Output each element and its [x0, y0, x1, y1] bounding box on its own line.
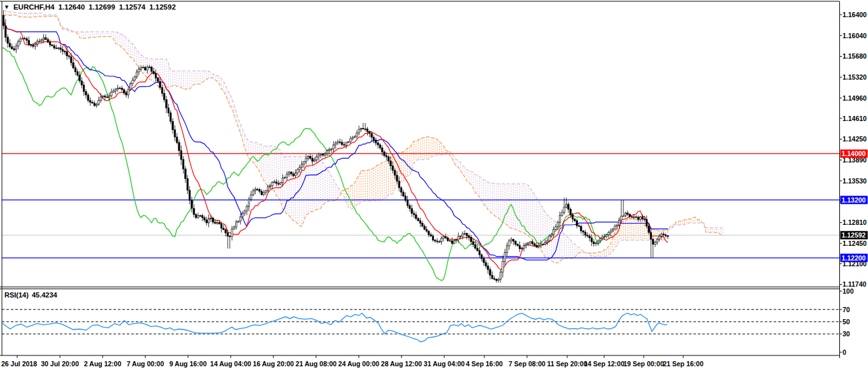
price-badge-label: 1.13200 [842, 196, 866, 204]
candle-bear [30, 45, 31, 45]
candle-bull [134, 77, 135, 80]
candle-bull [538, 246, 539, 247]
candle-bear [176, 137, 177, 143]
candle-bull [337, 142, 338, 143]
candle-bull [329, 150, 330, 151]
candle-bull [240, 217, 241, 222]
time-axis-label: 28 Aug 12:00 [381, 360, 423, 368]
time-axis-label: 19 Sep 00:00 [623, 360, 664, 368]
candle-bear [363, 129, 364, 129]
price-axis-label: 1.14960 [843, 94, 867, 102]
candle-bear [650, 232, 651, 240]
candle-bear [377, 143, 379, 145]
candle-bear [11, 46, 13, 48]
candle-bull [608, 232, 609, 234]
candle-bear [60, 48, 61, 50]
candle-bear [9, 43, 10, 46]
candle-bull [318, 155, 319, 157]
candle-bull [440, 238, 442, 242]
candle-bear [195, 215, 196, 218]
candle-bear [369, 131, 370, 133]
candle-bear [485, 262, 486, 266]
candle-bear [542, 244, 544, 245]
price-axis-label: 1.12450 [843, 240, 867, 247]
candle-bull [208, 219, 209, 223]
candle-bear [574, 219, 575, 221]
candle-bull [551, 234, 552, 236]
candle-bear [517, 244, 518, 245]
candle-bull [271, 182, 273, 185]
rsi-indicator-label: RSI(14) 45.4234 [4, 291, 57, 299]
time-axis-label: 9 Aug 16:00 [170, 360, 207, 368]
candle-bull [540, 244, 542, 246]
candle-bear [153, 71, 154, 74]
candle-bull [115, 89, 116, 91]
candle-bull [331, 149, 332, 150]
candle-bear [445, 237, 446, 238]
candle-bull [521, 248, 523, 248]
candle-bear [489, 269, 491, 275]
candle-bull [356, 133, 358, 136]
rsi-value: 45.4234 [32, 291, 57, 299]
candle-bear [170, 113, 171, 121]
candle-bull [294, 173, 296, 176]
candle-bear [379, 145, 380, 148]
candle-bull [661, 234, 662, 236]
candle-bull [111, 92, 112, 96]
candle-bear [642, 217, 643, 219]
candle-bear [225, 230, 226, 233]
candle-bull [655, 242, 656, 244]
candle-bear [187, 179, 188, 190]
candle-bear [155, 74, 156, 78]
candle-bear [663, 234, 664, 235]
candle-bear [652, 240, 653, 245]
candle-bear [584, 232, 586, 236]
time-axis-label: 21 Sep 16:00 [663, 360, 704, 368]
candle-bear [488, 266, 489, 270]
candle-bear [189, 190, 190, 201]
candle-bull [599, 239, 600, 241]
candle-bear [387, 157, 389, 161]
candle-bull [618, 220, 619, 225]
candle-bull [604, 236, 605, 237]
candle-bull [20, 39, 21, 41]
candle-bull [610, 231, 611, 232]
time-axis-label: 11 Sep 20:00 [547, 360, 587, 368]
candle-bull [557, 222, 558, 227]
candle-bear [587, 235, 588, 236]
candle-bull [39, 41, 40, 42]
candle-bear [293, 174, 294, 176]
candle-bull [510, 240, 512, 241]
candle-bull [453, 241, 454, 243]
candle-bull [561, 213, 563, 215]
candle-bull [147, 67, 148, 70]
candle-bull [458, 236, 459, 240]
candle-bull [559, 215, 560, 222]
candle-bear [447, 238, 448, 241]
candle-bear [382, 148, 383, 152]
symbol-dropdown-icon[interactable]: ▼ [4, 4, 10, 11]
chart-background [0, 0, 868, 372]
candle-bull [301, 164, 302, 168]
candle-bear [491, 275, 493, 278]
candle-bear [437, 241, 438, 241]
candle-bull [238, 221, 239, 222]
candle-bull [297, 169, 298, 173]
candle-bear [33, 45, 34, 46]
candle-bull [621, 216, 622, 220]
candle-bull [616, 225, 618, 226]
candle-bear [365, 129, 366, 129]
candle-bull [129, 84, 131, 89]
candle-bear [422, 224, 423, 226]
candle-bull [530, 241, 531, 243]
candle-bear [126, 93, 127, 95]
price-chart-canvas[interactable]: 1.164001.160401.156801.153201.149601.146… [0, 0, 868, 372]
candle-bull [525, 244, 526, 245]
candle-bull [265, 190, 266, 192]
candle-bull [286, 174, 287, 177]
time-axis-label: 31 Aug 04:00 [424, 360, 465, 368]
rsi-scale-label: 30 [843, 330, 850, 338]
candle-bear [70, 57, 71, 62]
candle-bear [572, 215, 573, 218]
candle-bear [182, 159, 184, 169]
